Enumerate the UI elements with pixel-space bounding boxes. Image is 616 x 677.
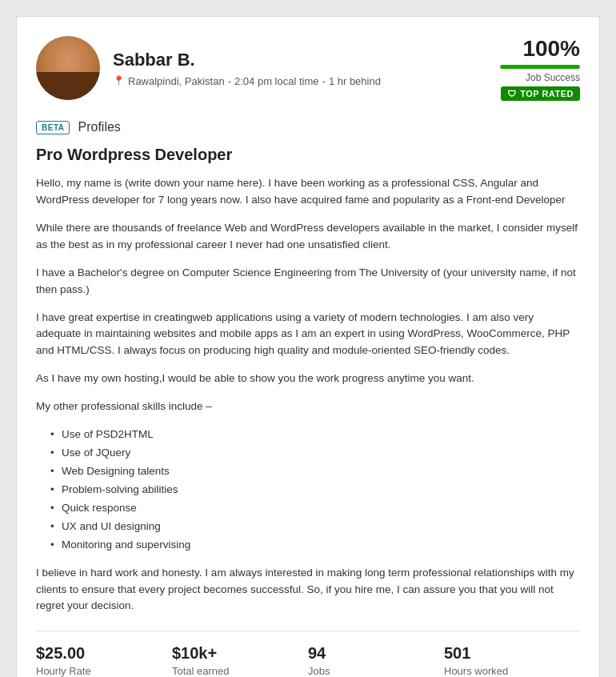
location: Rawalpindi, Pakistan <box>128 75 225 87</box>
profile-header: Sabbar B. 📍 Rawalpindi, Pakistan - 2:04 … <box>36 36 580 101</box>
skill-item: Monitoring and supervising <box>52 537 580 554</box>
profile-card: Sabbar B. 📍 Rawalpindi, Pakistan - 2:04 … <box>16 16 600 677</box>
stat-item: 94Jobs <box>308 644 444 677</box>
stat-item: 501Hours worked <box>444 644 580 677</box>
stats-divider <box>36 631 580 631</box>
stat-item: $10k+Total earned <box>172 644 308 677</box>
profile-para-7: I believe in hard work and honesty. I am… <box>36 565 580 615</box>
profile-para-2: While there are thousands of freelance W… <box>36 220 580 254</box>
beta-badge: BETA <box>36 121 70 134</box>
skill-item: Use of PSD2HTML <box>52 427 580 443</box>
stat-value: $10k+ <box>172 644 308 663</box>
stat-item: $25.00Hourly Rate <box>36 644 172 677</box>
stat-value: $25.00 <box>36 644 172 663</box>
progress-bar-container <box>500 65 580 69</box>
header-right: 100% Job Success 🛡 TOP RATED <box>500 36 580 101</box>
profile-body: Hello, my name is (write down your name … <box>36 175 580 615</box>
job-success-percentage: 100% <box>522 36 580 62</box>
header-info: Sabbar B. 📍 Rawalpindi, Pakistan - 2:04 … <box>113 50 381 87</box>
profiles-section-label: Profiles <box>78 120 120 134</box>
top-rated-label: TOP RATED <box>520 89 574 98</box>
location-icon: 📍 <box>113 75 125 86</box>
profile-para-1: Hello, my name is (write down your name … <box>36 175 580 209</box>
avatar <box>36 36 100 100</box>
job-success-label: Job Success <box>526 72 580 83</box>
stat-label: Jobs <box>308 665 444 677</box>
profile-para-3: I have a Bachelor's degree on Computer S… <box>36 265 580 298</box>
profile-para-4: I have great expertise in creatingweb ap… <box>36 310 580 360</box>
freelancer-name: Sabbar B. <box>113 50 381 70</box>
location-row: 📍 Rawalpindi, Pakistan - 2:04 pm local t… <box>113 75 381 87</box>
skill-item: UX and UI designing <box>52 519 580 535</box>
profile-para-6: My other professional skills include – <box>36 399 580 415</box>
profile-title: Pro Wordpress Developer <box>36 146 580 164</box>
skills-list: Use of PSD2HTMLUse of JQueryWeb Designin… <box>36 427 580 553</box>
time-separator: - <box>322 75 326 87</box>
top-rated-badge: 🛡 TOP RATED <box>501 86 580 101</box>
local-time: 2:04 pm local time <box>234 75 319 87</box>
skill-item: Quick response <box>52 500 580 517</box>
stat-label: Total earned <box>172 665 308 677</box>
progress-bar-fill <box>500 65 580 69</box>
stat-value: 94 <box>308 644 444 663</box>
profiles-section-header: BETA Profiles <box>36 120 580 134</box>
time-diff: 1 hr behind <box>329 75 381 87</box>
stat-label: Hours worked <box>444 665 580 677</box>
location-separator: - <box>228 75 231 87</box>
skill-item: Problem-solving abilities <box>52 482 580 499</box>
profile-para-5: As I have my own hosting,I would be able… <box>36 371 580 387</box>
stat-value: 501 <box>444 644 580 663</box>
stat-label: Hourly Rate <box>36 665 172 677</box>
skill-item: Web Designing talents <box>52 463 580 480</box>
skill-item: Use of JQuery <box>52 445 580 462</box>
header-left: Sabbar B. 📍 Rawalpindi, Pakistan - 2:04 … <box>36 36 381 100</box>
stats-row: $25.00Hourly Rate$10k+Total earned94Jobs… <box>36 644 580 677</box>
shield-icon: 🛡 <box>507 89 517 98</box>
